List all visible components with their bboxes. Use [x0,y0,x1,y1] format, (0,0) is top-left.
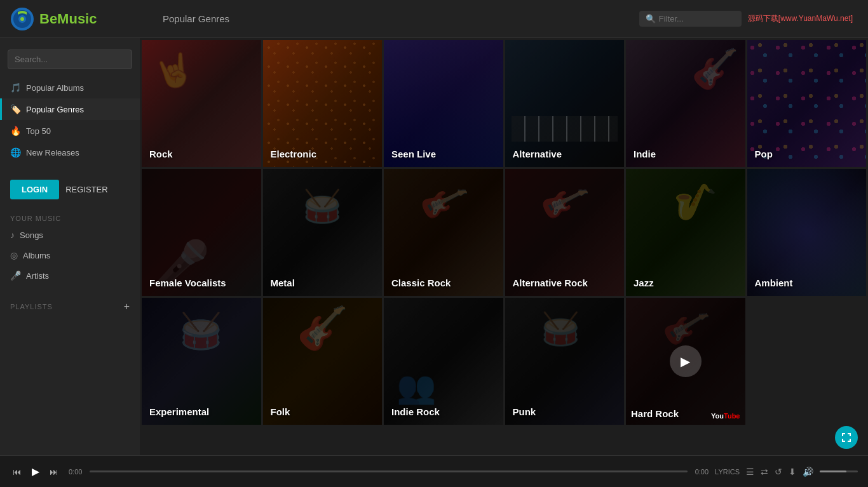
sidebar-item-songs[interactable]: ♪ Songs [0,225,140,245]
genre-card-hard-rock[interactable]: 🎸 ▶ YouTube Hard Rock [626,298,745,425]
genre-card-female-vocalists[interactable]: 🎤 Female Vocalists [142,169,261,296]
genre-overlay: Punk [505,298,625,425]
download-button[interactable]: ⬇ [789,467,796,477]
genre-name: Pop [755,149,773,159]
lyrics-button[interactable]: LYRICS [715,468,740,476]
playlists-header: PLAYLISTS + [0,296,140,317]
repeat-button[interactable]: ↺ [775,467,782,477]
logo-text: BeMusic [39,11,97,27]
your-music-title: YOUR MUSIC [0,210,140,225]
genre-overlay: Alternative [505,40,625,167]
genre-overlay: Indie Rock [384,298,503,425]
genre-card-experimental[interactable]: 🥁 Experimental [142,298,261,425]
prev-button[interactable]: ⏮ [10,464,24,479]
genre-card-folk[interactable]: 🎸 Folk [263,298,383,425]
genre-name: Jazz [634,277,654,288]
sidebar-item-label: New Releases [26,148,79,157]
genre-overlay: Experimental [142,298,261,425]
logo-area: BeMusic [10,7,150,31]
youtube-logo: YouTube [711,412,740,420]
newreleases-icon: 🌐 [10,147,21,157]
genre-card-classic-rock[interactable]: 🎸 Classic Rock [384,169,503,296]
sidebar-item-label: Albums [23,251,50,260]
add-playlist-button[interactable]: + [124,301,130,312]
volume-button[interactable]: 🔊 [803,467,813,477]
sidebar-item-label: Artists [26,271,49,281]
sidebar: 🎵 Popular Albums 🏷️ Popular Genres 🔥 Top… [0,38,140,455]
genre-card-alternative[interactable]: Alternative [505,40,625,167]
watermark-text: 源码下载[www.YuanMaWu.net] [748,13,853,24]
volume-fill [820,470,846,472]
sidebar-item-label: Songs [20,230,43,240]
genre-name: Indie Rock [391,406,440,417]
sidebar-item-popular-albums[interactable]: 🎵 Popular Albums [0,77,140,98]
genre-overlay: Classic Rock [384,169,503,296]
progress-bar[interactable] [90,470,687,472]
player-right: 0:00 LYRICS ☰ ⇄ ↺ ⬇ 🔊 [695,467,858,477]
top-bar: BeMusic Popular Genres 🔍 源码下载[www.YuanMa… [0,0,868,38]
logo-icon [10,7,34,31]
volume-bar[interactable] [820,470,858,472]
popular-genres-icon: 🏷️ [10,104,21,114]
genre-card-indie[interactable]: 🎸 Indie [626,40,745,167]
login-button[interactable]: LOGIN [10,180,59,199]
genre-card-electronic[interactable]: Electronic [263,40,383,167]
sidebar-item-new-releases[interactable]: 🌐 New Releases [0,142,140,163]
genre-overlay: Pop [747,40,867,167]
sidebar-item-popular-genres[interactable]: 🏷️ Popular Genres [0,98,140,120]
current-time: 0:00 [69,468,82,476]
genre-overlay: Rock [142,40,261,167]
sidebar-item-label: Popular Albums [26,83,84,93]
sidebar-item-artists[interactable]: 🎤 Artists [0,265,140,286]
genre-card-metal[interactable]: 🥁 Metal [263,169,383,296]
hard-rock-play-btn[interactable]: ▶ [670,345,702,377]
top-search-input[interactable] [659,14,735,23]
genre-card-punk[interactable]: 🥁 Punk [505,298,625,425]
sidebar-search-area[interactable] [8,50,132,69]
auth-buttons: LOGIN REGISTER [0,173,140,210]
content-area: 🤘 Rock Electronic Se [140,38,868,455]
genre-name: Punk [513,406,536,417]
player-bar: ⏮ ▶ ⏭ 0:00 0:00 LYRICS ☰ ⇄ ↺ ⬇ 🔊 [0,455,868,487]
genre-card-pop[interactable]: Pop [747,40,867,167]
genre-name: Alternative [513,149,562,159]
genre-overlay: Alternative Rock [505,169,625,296]
sidebar-item-top50[interactable]: 🔥 Top 50 [0,120,140,142]
expand-icon [841,432,851,443]
next-button[interactable]: ⏭ [47,464,61,479]
genre-name: Ambient [755,277,793,288]
main-layout: 🎵 Popular Albums 🏷️ Popular Genres 🔥 Top… [0,38,868,455]
expand-button[interactable] [835,426,858,449]
shuffle-button[interactable]: ⇄ [761,467,768,477]
svg-point-3 [20,17,24,21]
genre-overlay: Metal [263,169,383,296]
popular-albums-icon: 🎵 [10,83,21,93]
genre-name: Folk [271,406,290,417]
queue-button[interactable]: ☰ [746,467,754,477]
genre-card-jazz[interactable]: 🎷 Jazz [626,169,745,296]
sidebar-item-albums[interactable]: ◎ Albums [0,245,140,265]
genre-card-rock[interactable]: 🤘 Rock [142,40,261,167]
genre-name: Female Vocalists [149,277,226,288]
genre-overlay: Ambient [747,169,867,296]
songs-icon: ♪ [10,230,15,240]
genre-name: Classic Rock [391,277,451,288]
register-button[interactable]: REGISTER [65,180,107,199]
top-search-bar[interactable]: 🔍 [639,11,742,27]
genre-card-seenlive[interactable]: Seen Live [384,40,503,167]
genre-card-alternative-rock[interactable]: 🎸 Alternative Rock [505,169,625,296]
play-button[interactable]: ▶ [29,463,42,480]
genre-name: Electronic [271,149,317,159]
genre-name: Alternative Rock [513,277,588,288]
genre-card-indie-rock[interactable]: 👥 Indie Rock [384,298,503,425]
genre-overlay: Electronic [263,40,383,167]
genre-overlay: Seen Live [384,40,503,167]
search-icon: 🔍 [646,14,656,23]
genre-overlay: Female Vocalists [142,169,261,296]
genre-name: Hard Rock [631,408,679,419]
total-time: 0:00 [695,468,709,476]
genre-overlay: Jazz [626,169,745,296]
sidebar-search-input[interactable] [8,50,132,69]
genre-card-ambient[interactable]: Ambient [747,169,867,296]
hard-rock-play-overlay: ▶ YouTube [626,298,745,425]
